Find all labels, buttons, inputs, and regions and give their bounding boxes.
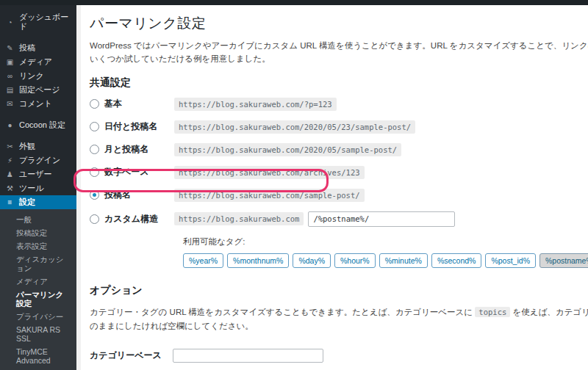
options-heading: オプション: [90, 284, 588, 297]
sidebar-item-label: コメント: [19, 99, 52, 109]
permalink-option-numeric[interactable]: 数字ベース: [90, 166, 174, 178]
sidebar-item-label: 固定ページ: [19, 85, 60, 95]
admin-sidebar: ◔ ダッシュボード ✎ 投稿 ▣ メディア ∞ リンク ▤ 固定ページ ✉ コメ…: [0, 5, 76, 370]
permalink-option-row-custom: カスタム構造 https://blog.sakuraweb.com: [90, 211, 588, 227]
radio-plain[interactable]: [90, 99, 99, 109]
sidebar-item-pages[interactable]: ▤ 固定ページ: [0, 83, 76, 97]
media-icon: ▣: [5, 57, 15, 67]
sidebar-item-dashboard[interactable]: ◔ ダッシュボード: [0, 10, 76, 34]
radio-numeric[interactable]: [90, 167, 99, 177]
submenu-item-tinymce-advanced[interactable]: TinyMCE Advanced: [0, 345, 76, 367]
radio-post-name[interactable]: [90, 190, 99, 200]
option-label: カスタム構造: [104, 213, 158, 225]
tag-button-monthnum[interactable]: %monthnum%: [227, 253, 289, 268]
appearance-icon: ✂: [5, 142, 15, 151]
comments-icon: ✉: [5, 99, 15, 109]
settings-submenu: 一般 投稿設定 表示設定 ディスカッション メディア パーマリンク設定 プライバ…: [0, 209, 76, 370]
permalink-option-month-name[interactable]: 月と投稿名: [90, 143, 174, 156]
desc-text: カテゴリー・タグの URL 構造をカスタマイズすることもできます。たとえば、カテ…: [90, 308, 473, 316]
sidebar-item-plugins[interactable]: ⚡ プラグイン: [0, 153, 76, 167]
option-url-example: https://blog.sakuraweb.com/2020/05/23/sa…: [174, 120, 415, 134]
permalink-option-row: 数字ベース https://blog.sakuraweb.com/archive…: [90, 166, 588, 179]
sidebar-item-label: ダッシュボード: [19, 12, 74, 32]
page-title: パーマリンク設定: [90, 14, 588, 33]
posts-icon: ✎: [5, 43, 15, 53]
custom-structure-input[interactable]: [308, 211, 455, 227]
tag-button-minute[interactable]: %minute%: [379, 253, 428, 268]
settings-icon: ≡: [5, 197, 15, 207]
sidebar-item-label: 外観: [19, 142, 35, 151]
option-label: 基本: [104, 98, 122, 110]
submenu-item-discussion[interactable]: ディスカッション: [0, 253, 76, 275]
sidebar-item-settings[interactable]: ≡ 設定: [0, 195, 76, 209]
intro-text-line2: いくつか試していただける例を用意しました。: [90, 53, 588, 66]
submenu-item-media[interactable]: メディア: [0, 275, 76, 288]
permalink-option-row: 基本 https://blog.sakuraweb.com/?p=123: [90, 98, 588, 111]
tag-button-day[interactable]: %day%: [293, 253, 331, 268]
sidebar-item-comments[interactable]: ✉ コメント: [0, 97, 76, 111]
radio-custom[interactable]: [90, 214, 99, 224]
sidebar-item-label: プラグイン: [19, 156, 60, 165]
tools-icon: ⚒: [5, 184, 15, 193]
option-url-example: https://blog.sakuraweb.com/archives/123: [174, 166, 365, 179]
submenu-item-permalinks[interactable]: パーマリンク設定: [0, 288, 76, 310]
sidebar-item-label: 投稿: [19, 43, 35, 53]
dashboard-icon: ◔: [5, 18, 15, 27]
common-settings-heading: 共通設定: [90, 76, 588, 90]
structure-tags-row: %year% %monthnum% %day% %hour% %minute% …: [183, 253, 588, 268]
submenu-item-writing[interactable]: 投稿設定: [0, 226, 76, 239]
available-tags-label: 利用可能なタグ:: [183, 236, 588, 247]
sidebar-item-label: ツール: [19, 184, 44, 193]
option-url-example: https://blog.sakuraweb.com/sample-post/: [174, 189, 365, 202]
category-base-label: カテゴリーベース: [90, 349, 173, 362]
sidebar-item-links[interactable]: ∞ リンク: [0, 69, 76, 83]
permalink-option-row: 月と投稿名 https://blog.sakuraweb.com/2020/05…: [90, 143, 588, 156]
option-url-example: https://blog.sakuraweb.com/?p=123: [174, 98, 337, 111]
submenu-item-xml-sitemap[interactable]: XML-Sitemap: [0, 367, 76, 370]
option-label: 月と投稿名: [104, 143, 148, 156]
sidebar-item-tools[interactable]: ⚒ ツール: [0, 181, 76, 195]
tag-button-post-id[interactable]: %post_id%: [485, 253, 536, 268]
desc-code-topics: topics: [475, 307, 510, 317]
intro-paragraph: WordPress ではパーマリンクやアーカイブにカスタム URL 構造を使うこ…: [90, 40, 588, 66]
permalink-option-custom[interactable]: カスタム構造: [90, 213, 174, 225]
admin-bar: [0, 0, 588, 5]
sidebar-item-cocoon-settings[interactable]: ● Cocoon 設定: [0, 118, 76, 132]
permalink-option-post-name[interactable]: 投稿名: [90, 189, 174, 201]
sidebar-item-label: 設定: [19, 197, 35, 207]
category-base-input[interactable]: [173, 349, 323, 363]
permalink-option-row: 日付と投稿名 https://blog.sakuraweb.com/2020/0…: [90, 120, 588, 134]
sidebar-item-label: リンク: [19, 71, 44, 81]
submenu-item-privacy[interactable]: プライバシー: [0, 310, 76, 323]
tag-button-hour[interactable]: %hour%: [334, 253, 376, 268]
desc-text: を使えば、カテゴリーのリンクが: [512, 308, 588, 316]
intro-text: WordPress ではパーマリンクやアーカイブにカスタム URL 構造を使うこ…: [90, 41, 588, 50]
tag-button-postname[interactable]: %postname%: [539, 253, 588, 268]
sidebar-item-appearance[interactable]: ✂ 外観: [0, 139, 76, 153]
submenu-item-reading[interactable]: 表示設定: [0, 239, 76, 253]
sidebar-item-media[interactable]: ▣ メディア: [0, 55, 76, 69]
users-icon: ♟: [5, 170, 15, 179]
sidebar-item-users[interactable]: ♟ ユーザー: [0, 167, 76, 181]
option-label: 日付と投稿名: [104, 120, 157, 133]
submenu-item-sakura-rs-ssl[interactable]: SAKURA RS SSL: [0, 323, 76, 345]
links-icon: ∞: [5, 71, 15, 81]
radio-day-name[interactable]: [90, 122, 99, 131]
custom-structure-prefix: https://blog.sakuraweb.com: [174, 212, 304, 225]
tag-button-year[interactable]: %year%: [183, 253, 223, 268]
desc-text-line2: のままにしたければ空欄にしてください。: [90, 319, 588, 334]
permalink-option-row-selected: 投稿名 https://blog.sakuraweb.com/sample-po…: [90, 189, 588, 202]
sidebar-item-label: Cocoon 設定: [19, 120, 65, 130]
option-label: 数字ベース: [104, 166, 149, 178]
radio-month-name[interactable]: [90, 145, 99, 154]
option-label: 投稿名: [104, 189, 131, 201]
plugins-icon: ⚡: [5, 156, 15, 165]
sidebar-item-label: メディア: [19, 57, 52, 67]
permalink-option-plain[interactable]: 基本: [90, 98, 174, 110]
option-url-example: https://blog.sakuraweb.com/2020/05/sampl…: [174, 143, 401, 156]
submenu-item-general[interactable]: 一般: [0, 213, 76, 226]
permalink-option-day-name[interactable]: 日付と投稿名: [90, 120, 174, 133]
tag-button-second[interactable]: %second%: [431, 253, 482, 268]
pages-icon: ▤: [5, 85, 15, 95]
sidebar-item-posts[interactable]: ✎ 投稿: [0, 41, 76, 55]
